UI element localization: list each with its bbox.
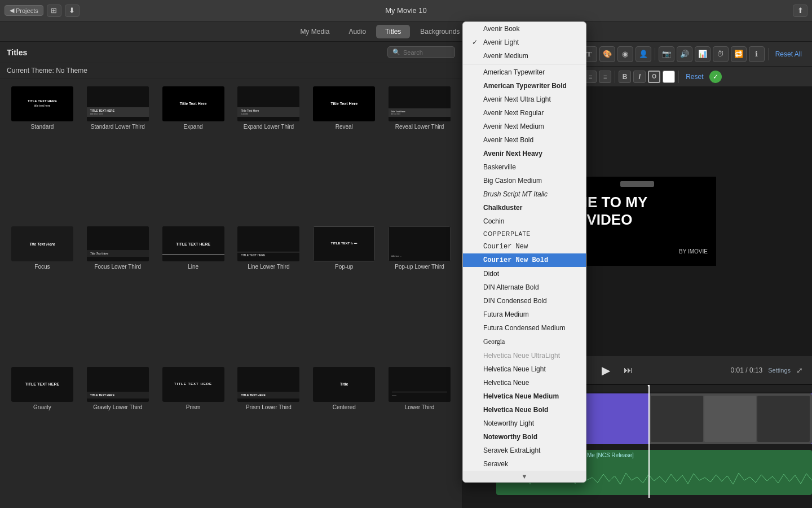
font-option-helvetica-neue[interactable]: Helvetica Neue xyxy=(463,376,586,389)
font-option-label: Brush Script MT Italic xyxy=(483,190,548,198)
back-button[interactable]: ◀ Projects xyxy=(5,5,43,16)
list-item[interactable]: TITLE TEXT HERE Prism Lower Third xyxy=(231,364,306,503)
font-option-noteworthy-bold[interactable]: Noteworthy Bold xyxy=(463,430,586,444)
font-option-noteworthy-light[interactable]: Noteworthy Light xyxy=(463,417,586,430)
font-option-label: Noteworthy Bold xyxy=(483,433,537,441)
reset-button[interactable]: Reset xyxy=(682,72,707,82)
nav-tabs: My Media Audio Titles Backgrounds Transi… xyxy=(0,21,812,42)
search-box[interactable]: 🔍 xyxy=(387,46,455,58)
playhead[interactable] xyxy=(648,385,650,498)
list-item[interactable]: —— Lower Third xyxy=(382,364,457,503)
font-option-helvetica-neue-bold[interactable]: Helvetica Neue Bold xyxy=(463,403,586,417)
list-item[interactable]: Title Text Here title text here Reveal L… xyxy=(382,83,457,223)
font-option-helvetica-neue-medium[interactable]: Helvetica Neue Medium xyxy=(463,389,586,403)
list-item[interactable]: TITLE TEXT HERE Gravity xyxy=(5,364,80,503)
font-option-american-typewriter[interactable]: American Typewriter xyxy=(463,65,586,79)
font-option-avenir-next-heavy[interactable]: Avenir Next Heavy xyxy=(463,147,586,160)
font-option-brush-script[interactable]: Brush Script MT Italic xyxy=(463,187,586,201)
export-icon[interactable]: ⬆ xyxy=(793,5,807,17)
align-justify-button[interactable]: ≡ xyxy=(599,71,611,83)
reset-all-button[interactable]: Reset All xyxy=(772,49,805,59)
title-thumb: TITLE TEXT HERE xyxy=(162,226,224,261)
tab-my-media[interactable]: My Media xyxy=(291,25,338,38)
info-icon[interactable]: ℹ xyxy=(749,46,765,62)
tab-titles[interactable]: Titles xyxy=(376,25,410,38)
font-option-helvetica-neue-ultralight[interactable]: Helvetica Neue UltraLight xyxy=(463,349,586,362)
list-item[interactable]: TITLE TEXT HERE Prism xyxy=(156,364,231,503)
settings-button[interactable]: Settings xyxy=(768,367,791,374)
font-option-label: Futura Medium xyxy=(483,310,529,318)
tab-audio[interactable]: Audio xyxy=(339,25,375,38)
title-thumb: Title Text Here xyxy=(313,86,375,121)
font-option-futura-medium[interactable]: Futura Medium xyxy=(463,308,586,321)
list-item[interactable]: TITLE TEXT HERE title text here Standard… xyxy=(80,83,156,223)
main-layout: Titles 🔍 Current Theme: No Theme TITLE T… xyxy=(0,42,812,508)
font-option-chalkduster[interactable]: Chalkduster xyxy=(463,201,586,214)
font-option-baskerville[interactable]: Baskerville xyxy=(463,160,586,174)
chart-icon[interactable]: 📊 xyxy=(695,46,710,62)
font-option-courier-new-bold[interactable]: Courier New Bold xyxy=(463,253,586,267)
font-option-avenir-medium[interactable]: Avenir Medium xyxy=(463,49,586,63)
person-icon[interactable]: 👤 xyxy=(636,46,651,62)
list-item[interactable]: TITLE TEXT HERE Line Lower Third xyxy=(231,223,306,363)
scroll-down-arrow[interactable]: ▼ xyxy=(463,471,586,482)
motion-icon[interactable]: ◉ xyxy=(617,46,633,62)
audio-icon[interactable]: 🔊 xyxy=(677,46,692,62)
download-icon[interactable]: ⬇ xyxy=(65,5,80,17)
font-option-big-caslon[interactable]: Big Caslon Medium xyxy=(463,174,586,187)
list-item[interactable]: title text ... Pop-up Lower Third xyxy=(382,223,457,363)
title-thumb: Tile Text Here xyxy=(11,226,73,261)
font-option-avenir-next-regular[interactable]: Avenir Next Regular xyxy=(463,106,586,120)
list-item[interactable]: TITLE TEXT h ••• Pop-up xyxy=(306,223,382,363)
font-option-label: Cochin xyxy=(483,217,504,225)
list-item[interactable]: Title Centered xyxy=(306,364,382,503)
font-option-label: Chalkduster xyxy=(483,204,522,212)
font-option-label: Seravek ExtraLight xyxy=(483,446,540,454)
font-option-georgia[interactable]: Georgia xyxy=(463,335,586,349)
list-item[interactable]: Title Text Here Reveal xyxy=(306,83,382,223)
color-icon[interactable]: 🎨 xyxy=(599,46,615,62)
list-item[interactable]: TITLE TEXT HERE Gravity Lower Third xyxy=(80,364,156,503)
fullscreen-icon[interactable]: ⤢ xyxy=(796,366,803,375)
font-option-helvetica-neue-light[interactable]: Helvetica Neue Light xyxy=(463,362,586,376)
list-item[interactable]: TITLE TEXT HEREtitle text here Standard xyxy=(5,83,80,223)
font-option-avenir-next-bold[interactable]: Avenir Next Bold xyxy=(463,133,586,147)
color-picker[interactable] xyxy=(663,71,675,83)
font-option-saravik-extralight[interactable]: Seravek ExtraLight xyxy=(463,444,586,457)
list-item[interactable]: TITLE TEXT HERE Line xyxy=(156,223,231,363)
confirm-button[interactable]: ✓ xyxy=(709,71,722,83)
skip-forward-button[interactable]: ⏭ xyxy=(624,365,633,375)
font-option-avenir-book[interactable]: Avenir Book xyxy=(463,22,586,36)
clip-panel xyxy=(648,393,812,444)
list-item[interactable]: Title Text Here subtitle Expand Lower Th… xyxy=(231,83,306,223)
list-item[interactable]: Title Text Here Expand xyxy=(156,83,231,223)
title-thumb: title text ... xyxy=(389,226,451,261)
play-button[interactable]: ▶ xyxy=(597,361,615,379)
italic-button[interactable]: I xyxy=(633,71,646,83)
clip-filter-icon[interactable]: 🔁 xyxy=(731,46,747,62)
font-dropdown-overlay: Avenir Book ✓ Avenir Light Avenir Medium… xyxy=(462,21,586,483)
camera-icon[interactable]: 📷 xyxy=(659,46,674,62)
font-option-din-condensed[interactable]: DIN Condensed Bold xyxy=(463,294,586,308)
list-item[interactable]: Tile Text Here Focus xyxy=(5,223,80,363)
font-option-avenir-next-medium[interactable]: Avenir Next Medium xyxy=(463,120,586,133)
font-option-avenir-light[interactable]: ✓ Avenir Light xyxy=(463,36,586,49)
bold-button[interactable]: B xyxy=(619,71,631,83)
font-option-din-alternate[interactable]: DIN Alternate Bold xyxy=(463,281,586,294)
tab-backgrounds[interactable]: Backgrounds xyxy=(411,25,469,38)
font-option-futura-condensed[interactable]: Futura Condensed Medium xyxy=(463,321,586,335)
layout-icon[interactable]: ⊞ xyxy=(47,5,61,17)
separator xyxy=(463,64,586,64)
search-input[interactable] xyxy=(403,49,448,56)
font-option-avenir-next-ultralight[interactable]: Avenir Next Ultra Light xyxy=(463,93,586,106)
outline-button[interactable]: O xyxy=(648,71,660,83)
font-option-didot[interactable]: Didot xyxy=(463,267,586,281)
font-option-saravik[interactable]: Seravek xyxy=(463,457,586,471)
list-item[interactable]: Title Text Here Focus Lower Third xyxy=(80,223,156,363)
font-option-copperplate[interactable]: Copperplate xyxy=(463,228,586,240)
speed-icon[interactable]: ⏱ xyxy=(713,46,729,62)
font-option-cochin[interactable]: Cochin xyxy=(463,214,586,228)
font-option-courier-new[interactable]: Courier New xyxy=(463,240,586,253)
font-option-label: DIN Alternate Bold xyxy=(483,283,539,291)
font-option-american-typewriter-bold[interactable]: American Typewriter Bold xyxy=(463,79,586,93)
